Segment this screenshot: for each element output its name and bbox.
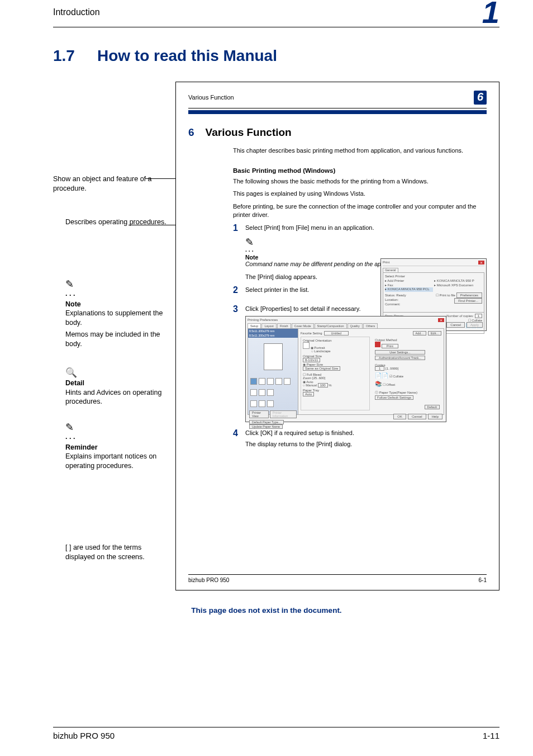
tab: Quality	[348, 323, 363, 328]
label: Landscape	[314, 349, 330, 353]
chapter-number: 1	[482, 0, 499, 25]
printer-item: ▸ Fax	[385, 284, 433, 288]
value: 100	[318, 383, 328, 388]
rule	[188, 108, 487, 108]
tab: Layout	[261, 323, 277, 328]
callout-text: [ ] are used for the terms displayed on …	[65, 544, 145, 561]
sample-subheading: Basic Printing method (Windows)	[233, 167, 487, 174]
list-item: 8.5x11 200x279 mm	[248, 329, 298, 333]
dots: . . .	[65, 432, 170, 442]
prefs-dialog-mock: Printing Preferences ✕ Setup Layout Fini…	[245, 316, 446, 422]
sample-footer: bizhub PRO 950 6-1	[188, 574, 487, 583]
preferences-button: Preferences	[456, 292, 482, 298]
note-body: Explanations to supplement the body.	[65, 309, 170, 328]
update-paper-name-button: Update Paper Name	[249, 424, 283, 429]
label: Comment:	[385, 303, 406, 307]
running-head: Introduction	[53, 7, 100, 17]
value: Ready	[396, 294, 406, 297]
printer-item: ▸ KONICA MINOLTA 950 P	[434, 279, 482, 284]
callout-reminder: . . . Reminder Explains important notice…	[65, 420, 170, 471]
note-title: Note	[65, 300, 81, 308]
user-settings-button: User Settings...	[375, 350, 425, 355]
detail-title: Detail	[65, 379, 84, 387]
footer-model: bizhub PRO 950	[53, 731, 115, 740]
view-icon	[267, 378, 274, 385]
step-number: 2	[233, 286, 245, 295]
step-number: 4	[233, 429, 245, 438]
detail-body: Hints and Advices on operating procedure…	[65, 388, 170, 407]
tab: Setup	[248, 323, 261, 328]
callout-feature: Show an object and feature of a procedur…	[53, 174, 170, 193]
callout-describes: Describes operating procedures.	[65, 218, 166, 227]
section-number: 1.7	[53, 47, 75, 64]
value: Auto	[303, 392, 314, 396]
value: Same as Original Size	[303, 366, 340, 371]
offset-icon: 📚	[375, 381, 382, 387]
sample-running-head: Various Function	[188, 94, 234, 101]
figure-caption: This page does not exist in the document…	[0, 606, 533, 615]
sample-heading: 6Various Function	[188, 126, 487, 139]
view-icon	[267, 400, 274, 407]
view-icon	[250, 389, 257, 396]
label: Paper Type(Paper Name)	[379, 391, 417, 394]
page-footer: bizhub PRO 950 1-11	[53, 727, 499, 740]
tab: Cover Mode	[292, 323, 314, 328]
printer-item: ▸ Microsoft XPS Documen	[434, 284, 482, 288]
reminder-title: Reminder	[65, 443, 98, 451]
prefs-right-panel: Favorite Setting Untitled Add... Edit...…	[298, 329, 444, 414]
printer-view-button: Printer View	[249, 410, 269, 418]
label: Print to file	[440, 294, 455, 297]
printer-item: ▸ Add Printer	[385, 279, 433, 284]
copies-value: 1	[475, 314, 482, 318]
default-paper-type-button: Default Paper Type...	[249, 420, 284, 424]
range: [1..9999]	[386, 367, 398, 370]
sample-page: Various Function 6 6Various Function Thi…	[175, 82, 499, 590]
add-button: Add...	[413, 331, 426, 336]
step-number: 1	[233, 224, 245, 233]
sample-heading-num: 6	[188, 126, 194, 138]
apply-button: Apply	[467, 322, 483, 328]
pencil-icon	[245, 236, 256, 247]
dots: . . .	[245, 246, 487, 253]
explanation-figure: Show an object and feature of a procedur…	[53, 82, 499, 596]
pencil-icon	[65, 420, 77, 432]
label: Full Bleed	[307, 373, 322, 376]
step-text: Select [Print] from [File] menu in an ap…	[245, 224, 487, 233]
section-title: How to read this Manual	[97, 47, 277, 64]
ok-button: OK	[393, 414, 406, 419]
value: 8-1/2x11	[303, 358, 320, 362]
value: Untitled	[324, 331, 349, 336]
paper-preview	[264, 343, 283, 370]
label: Manual	[306, 384, 317, 387]
callout-text: Describes operating procedures.	[65, 218, 166, 226]
callout-detail: Detail Hints and Advices on operating pr…	[65, 367, 170, 407]
view-icon	[284, 378, 291, 385]
find-printer-button: Find Printer...	[454, 298, 482, 304]
label: Number of copies:	[446, 314, 474, 318]
blue-bar	[188, 110, 487, 114]
callout-note: . . . Note Explanations to supplement th…	[65, 277, 170, 349]
sample-paragraph: The display returns to the [Print] dialo…	[245, 440, 487, 448]
list-item: 8.5x11 200x279 mm	[248, 333, 298, 338]
value: 1	[375, 366, 384, 371]
label: Favorite Setting	[301, 332, 322, 335]
cancel-button: Cancel	[446, 322, 465, 328]
dots: . . .	[65, 289, 170, 299]
close-icon: ✕	[478, 261, 484, 264]
tab: Others	[363, 323, 378, 328]
cancel-button: Cancel	[408, 414, 426, 419]
step-row: 4 Click [OK] if a required setup is fini…	[233, 429, 487, 438]
note-body: Memos may be included in the body.	[65, 330, 170, 349]
edit-button: Edit...	[428, 331, 441, 336]
tabs-row: Setup Layout Finish Cover Mode Stamp/Com…	[248, 323, 444, 328]
sample-paragraph: This pages is explained by using Windows…	[233, 190, 487, 198]
auth-button: Authentication/Account Track...	[375, 356, 425, 360]
view-icon	[275, 378, 282, 385]
value: Follow Default Settings	[375, 395, 413, 400]
view-icon	[259, 400, 265, 407]
prefs-left-panel: 8.5x11 200x279 mm 8.5x11 200x279 mm	[248, 329, 298, 414]
step-text: Click [OK] if a required setup is finish…	[245, 429, 487, 438]
printer-item-selected: ▸ KONICA MINOLTA 950 PCL	[385, 287, 433, 292]
label: Location:	[385, 298, 406, 303]
step-row: 1 Select [Print] from [File] menu in an …	[233, 224, 487, 233]
